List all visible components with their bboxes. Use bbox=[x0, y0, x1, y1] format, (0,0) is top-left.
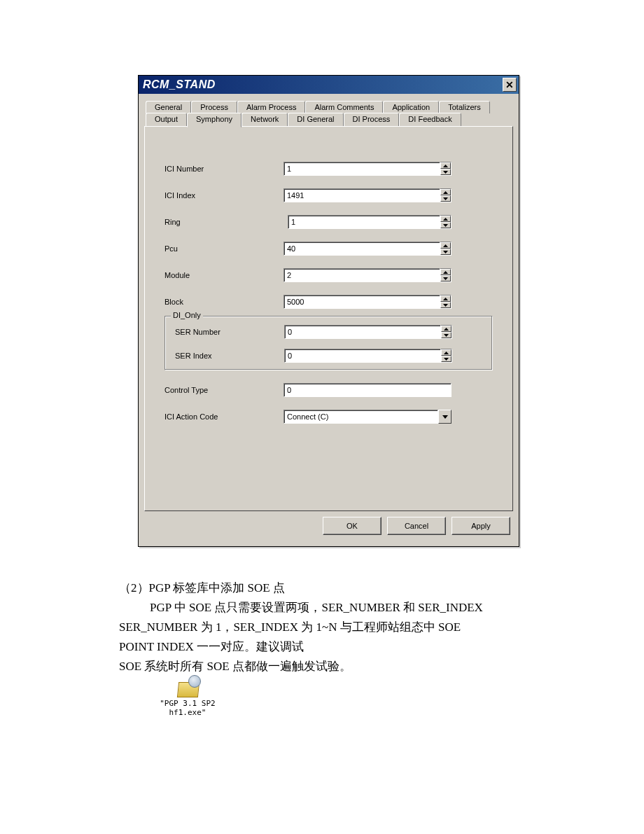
doc-line-4: POINT INDEX 一一对应。建议调试 bbox=[119, 637, 525, 657]
document-text: （2）PGP 标签库中添加 SOE 点 PGP 中 SOE 点只需要设置两项，S… bbox=[119, 578, 525, 676]
input-ici-index[interactable]: 1491 bbox=[284, 188, 440, 202]
tab-totalizers[interactable]: Totalizers bbox=[439, 101, 489, 113]
close-icon: ✕ bbox=[505, 79, 514, 90]
tab-alarm-comments[interactable]: Alarm Comments bbox=[305, 101, 383, 113]
apply-button[interactable]: Apply bbox=[451, 517, 510, 535]
svg-marker-10 bbox=[443, 298, 448, 300]
input-ser-number[interactable]: 0 bbox=[284, 325, 441, 339]
svg-marker-14 bbox=[444, 352, 449, 354]
ok-button[interactable]: OK bbox=[323, 517, 382, 535]
ser-number-spin-up[interactable] bbox=[441, 326, 451, 332]
module-spin-up[interactable] bbox=[440, 269, 451, 275]
svg-marker-12 bbox=[444, 328, 449, 331]
row-pcu: Pcu 40 bbox=[164, 242, 493, 256]
svg-marker-8 bbox=[443, 271, 448, 274]
svg-marker-5 bbox=[443, 224, 448, 227]
row-ici-number: ICI Number 1 bbox=[164, 162, 493, 176]
ring-spin-down[interactable] bbox=[440, 222, 451, 228]
chevron-up-icon bbox=[443, 298, 448, 300]
tab-di-process[interactable]: DI Process bbox=[344, 113, 400, 126]
label-ici-action-code: ICI Action Code bbox=[164, 412, 284, 421]
tab-output[interactable]: Output bbox=[146, 113, 187, 126]
label-module: Module bbox=[164, 271, 284, 279]
label-pcu: Pcu bbox=[164, 244, 284, 253]
label-ser-index: SER Index bbox=[175, 352, 284, 360]
row-block: Block 5000 bbox=[164, 295, 493, 309]
chevron-up-icon bbox=[443, 244, 448, 247]
group-di-only: DI_Only SER Number 0 bbox=[164, 316, 493, 370]
row-ici-action-code: ICI Action Code Connect (C) bbox=[164, 410, 493, 424]
input-pcu[interactable]: 40 bbox=[284, 242, 440, 256]
row-ser-number: SER Number 0 bbox=[175, 325, 482, 339]
ici-action-dropdown-button[interactable] bbox=[438, 410, 451, 424]
tab-row-front: Output Symphony Network DI General DI Pr… bbox=[146, 113, 513, 126]
module-spin-down[interactable] bbox=[440, 275, 451, 282]
embedded-file-object[interactable]: "PGP 3.1 SP2 hf1.exe" bbox=[160, 676, 216, 717]
title-bar: RCM_STAND ✕ bbox=[139, 76, 519, 94]
tab-symphony[interactable]: Symphony bbox=[187, 113, 241, 127]
chevron-up-icon bbox=[444, 328, 449, 331]
ici-index-spin-down[interactable] bbox=[440, 195, 451, 202]
label-ring: Ring bbox=[164, 218, 284, 226]
chevron-down-icon bbox=[443, 171, 448, 174]
tab-application[interactable]: Application bbox=[383, 101, 439, 113]
ici-number-spin-up[interactable] bbox=[440, 162, 451, 169]
tab-di-general[interactable]: DI General bbox=[288, 113, 343, 126]
chevron-up-icon bbox=[443, 218, 448, 221]
label-ser-number: SER Number bbox=[175, 328, 284, 336]
embedded-file-caption-1: "PGP 3.1 SP2 bbox=[160, 699, 216, 708]
input-ici-number[interactable]: 1 bbox=[284, 162, 440, 176]
embedded-file-caption-2: hf1.exe" bbox=[160, 708, 216, 717]
pcu-spin-up[interactable] bbox=[440, 242, 451, 249]
input-ser-index[interactable]: 0 bbox=[284, 349, 441, 363]
tab-row-back: General Process Alarm Process Alarm Comm… bbox=[146, 101, 513, 113]
tab-network[interactable]: Network bbox=[241, 113, 288, 126]
input-block[interactable]: 5000 bbox=[284, 295, 440, 309]
tab-general[interactable]: General bbox=[146, 101, 191, 113]
legend-di-only: DI_Only bbox=[171, 311, 203, 319]
block-spin-down[interactable] bbox=[440, 302, 451, 308]
svg-marker-7 bbox=[443, 251, 448, 253]
window-title: RCM_STAND bbox=[143, 78, 216, 91]
select-ici-action-code[interactable]: Connect (C) bbox=[284, 410, 438, 424]
pcu-spin-down[interactable] bbox=[440, 249, 451, 255]
ring-spin-up[interactable] bbox=[440, 216, 451, 222]
ici-number-spin-down[interactable] bbox=[440, 169, 451, 175]
svg-marker-16 bbox=[442, 415, 448, 419]
tab-alarm-process[interactable]: Alarm Process bbox=[237, 101, 306, 113]
chevron-down-icon bbox=[443, 197, 448, 200]
ser-index-spin-up[interactable] bbox=[441, 349, 451, 356]
svg-marker-1 bbox=[443, 171, 448, 174]
row-control-type: Control Type 0 bbox=[164, 383, 493, 397]
svg-marker-4 bbox=[443, 218, 448, 221]
close-button[interactable]: ✕ bbox=[503, 78, 517, 92]
block-spin-up[interactable] bbox=[440, 296, 451, 302]
tab-di-feedback[interactable]: DI Feedback bbox=[399, 113, 461, 126]
chevron-up-icon bbox=[443, 271, 448, 274]
exe-package-icon bbox=[176, 676, 200, 697]
chevron-down-icon bbox=[443, 277, 448, 280]
chevron-up-icon bbox=[443, 165, 448, 167]
doc-line-1: （2）PGP 标签库中添加 SOE 点 bbox=[119, 578, 525, 598]
svg-marker-3 bbox=[443, 197, 448, 200]
dialog-window: RCM_STAND ✕ General Process Alarm Proces… bbox=[138, 75, 519, 547]
row-ici-index: ICI Index 1491 bbox=[164, 188, 493, 202]
input-control-type[interactable]: 0 bbox=[284, 383, 451, 397]
chevron-down-icon bbox=[444, 358, 449, 361]
chevron-down-icon bbox=[443, 224, 448, 227]
doc-line-5: SOE 系统时所有 SOE 点都做一遍触发试验。 bbox=[119, 657, 525, 676]
chevron-down-icon bbox=[443, 304, 448, 307]
tab-page-symphony: ICI Number 1 ICI Index bbox=[144, 126, 513, 511]
input-module[interactable]: 2 bbox=[284, 268, 440, 282]
ser-number-spin-down[interactable] bbox=[441, 332, 451, 338]
label-ici-index: ICI Index bbox=[164, 191, 284, 200]
chevron-down-icon bbox=[444, 334, 449, 337]
tab-process[interactable]: Process bbox=[191, 101, 237, 113]
svg-marker-6 bbox=[443, 244, 448, 247]
ici-index-spin-up[interactable] bbox=[440, 189, 451, 195]
ser-index-spin-down[interactable] bbox=[441, 356, 451, 362]
cancel-button[interactable]: Cancel bbox=[387, 517, 446, 535]
row-ser-index: SER Index 0 bbox=[175, 349, 482, 363]
input-ring[interactable]: 1 bbox=[288, 215, 440, 229]
svg-marker-15 bbox=[444, 358, 449, 361]
